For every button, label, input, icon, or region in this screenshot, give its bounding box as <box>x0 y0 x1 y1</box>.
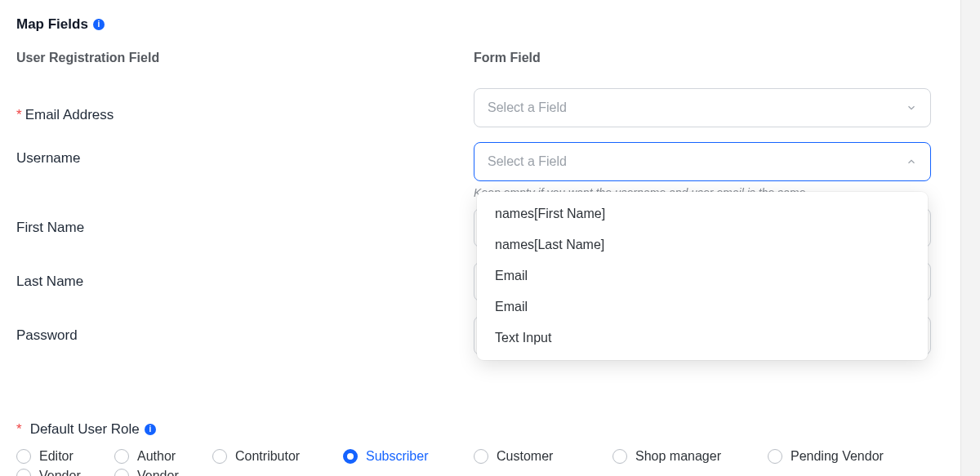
username-select-placeholder: Select a Field <box>488 154 567 169</box>
role-vendor-2[interactable]: Vendor <box>114 469 212 476</box>
section-title: Map Fields i <box>16 16 941 33</box>
role-vendor[interactable]: Vendor <box>16 469 114 476</box>
role-subscriber[interactable]: Subscriber <box>343 449 474 464</box>
required-mark: * <box>16 421 22 438</box>
scrollbar[interactable] <box>960 0 980 476</box>
role-customer[interactable]: Customer <box>474 449 612 464</box>
username-select[interactable]: Select a Field <box>474 142 931 181</box>
username-dropdown[interactable]: names[First Name] names[Last Name] Email… <box>477 192 928 360</box>
email-select-placeholder: Select a Field <box>488 100 567 115</box>
role-editor[interactable]: Editor <box>16 449 114 464</box>
email-select[interactable]: Select a Field <box>474 88 931 127</box>
left-column-header: User Registration Field <box>16 51 474 65</box>
username-label: Username <box>16 150 80 167</box>
default-role-title: * Default User Role i <box>16 421 941 438</box>
chevron-down-icon <box>906 102 917 113</box>
role-options: Editor Author Contributor Subscriber Cus… <box>16 449 941 476</box>
dropdown-option[interactable]: Email <box>477 260 928 291</box>
chevron-up-icon <box>906 156 917 167</box>
right-column-header: Form Field <box>474 51 931 65</box>
firstname-label: First Name <box>16 220 84 236</box>
role-pending-vendor[interactable]: Pending Vendor <box>768 449 923 464</box>
role-author[interactable]: Author <box>114 449 212 464</box>
lastname-label: Last Name <box>16 274 83 290</box>
dropdown-option[interactable]: Text Input <box>477 323 928 354</box>
section-title-text: Map Fields <box>16 16 88 33</box>
password-label: Password <box>16 327 78 344</box>
info-icon[interactable]: i <box>145 424 156 435</box>
dropdown-option[interactable]: Email <box>477 291 928 323</box>
email-label: *Email Address <box>16 107 114 123</box>
info-icon[interactable]: i <box>93 19 105 30</box>
dropdown-option[interactable]: names[First Name] <box>477 198 928 229</box>
role-shop-manager[interactable]: Shop manager <box>612 449 768 464</box>
required-mark: * <box>16 107 22 122</box>
dropdown-option[interactable]: names[Last Name] <box>477 229 928 260</box>
role-contributor[interactable]: Contributor <box>212 449 343 464</box>
